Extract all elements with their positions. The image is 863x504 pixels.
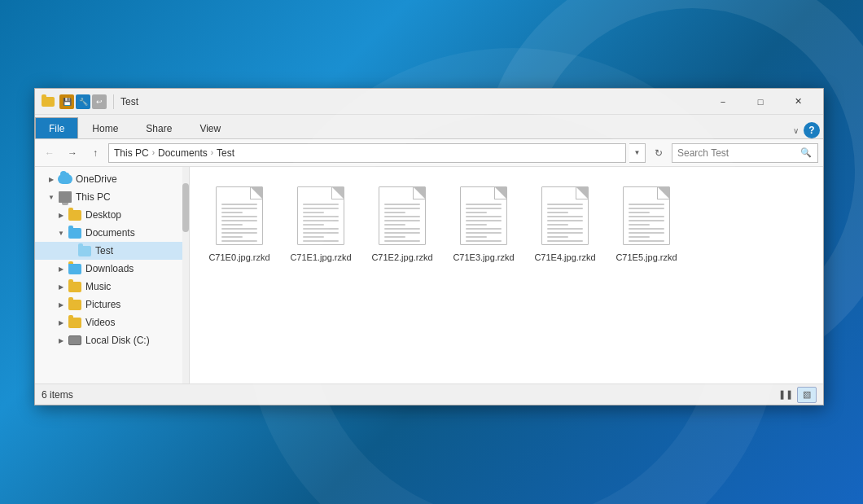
sidebar-item-music[interactable]: ▶ Music [35, 278, 189, 296]
file-item-2[interactable]: C71E2.jpg.rzkd [366, 180, 439, 266]
address-path[interactable]: This PC › Documents › Test [108, 143, 626, 163]
file-item-0[interactable]: C71E0.jpg.rzkd [203, 180, 276, 266]
doc-line [221, 220, 257, 221]
sidebar-item-onedrive[interactable]: ▶ OneDrive [35, 170, 189, 188]
doc-icon-1 [297, 186, 344, 245]
documents-label: Documents [85, 227, 135, 239]
tab-home[interactable]: Home [78, 117, 132, 138]
file-item-1[interactable]: C71E1.jpg.rzkd [284, 180, 357, 266]
file-name-1: C71E1.jpg.rzkd [290, 252, 351, 263]
file-icon-4 [537, 183, 593, 248]
doc-line [547, 240, 583, 242]
back-button[interactable]: ← [40, 143, 59, 163]
doc-line [221, 204, 257, 205]
help-button[interactable]: ? [804, 122, 820, 138]
desktop-label: Desktop [85, 209, 121, 221]
sidebar-item-videos[interactable]: ▶ Videos [35, 313, 189, 331]
doc-line [303, 240, 339, 242]
sidebar-scrollbar-thumb [182, 183, 189, 232]
doc-line [466, 208, 502, 209]
doc-line [221, 236, 243, 238]
sidebar-item-pictures[interactable]: ▶ Pictures [35, 296, 189, 313]
doc-line [466, 232, 502, 234]
close-button[interactable]: ✕ [779, 89, 817, 115]
sidebar: ▶ OneDrive ▼ This PC ▶ [35, 167, 190, 383]
sidebar-item-local-disk[interactable]: ▶ Local Disk (C:) [35, 331, 189, 349]
quick-properties-button[interactable]: 🔧 [76, 94, 90, 109]
hdd-icon [68, 334, 82, 347]
doc-line [221, 216, 257, 217]
window-controls: − □ ✕ [704, 89, 817, 115]
doc-lines-4 [547, 204, 583, 242]
file-icon-1 [293, 183, 348, 248]
doc-line [629, 208, 664, 209]
maximize-button[interactable]: □ [742, 89, 779, 115]
title-bar: 💾 🔧 ↩ Test − □ ✕ [35, 89, 823, 115]
path-test[interactable]: Test [217, 147, 234, 159]
sidebar-item-documents[interactable]: ▼ Documents [35, 224, 189, 242]
pictures-label: Pictures [85, 299, 120, 310]
search-icon[interactable]: 🔍 [799, 146, 813, 160]
doc-line [221, 212, 243, 213]
sidebar-scroll[interactable]: ▶ OneDrive ▼ This PC ▶ [35, 167, 189, 383]
refresh-button[interactable]: ↻ [649, 143, 668, 163]
path-this-pc[interactable]: This PC [114, 147, 149, 159]
doc-line [547, 220, 583, 221]
ribbon-collapse-button[interactable]: ∨ [787, 122, 804, 138]
sidebar-item-thispc[interactable]: ▼ This PC [35, 188, 189, 206]
doc-line [629, 212, 650, 213]
tab-file[interactable]: File [35, 117, 78, 138]
doc-line [629, 236, 650, 238]
doc-line [221, 224, 243, 226]
doc-line [629, 204, 664, 205]
file-item-4[interactable]: C71E4.jpg.rzkd [528, 180, 602, 266]
main-content: ▶ OneDrive ▼ This PC ▶ [35, 167, 823, 383]
doc-line [384, 228, 420, 230]
sidebar-item-test[interactable]: Test [35, 242, 189, 260]
file-icon-5 [619, 183, 674, 248]
path-documents[interactable]: Documents [158, 147, 208, 159]
file-name-2: C71E2.jpg.rzkd [371, 252, 432, 263]
tab-share[interactable]: Share [132, 117, 186, 138]
sidebar-item-desktop[interactable]: ▶ Desktop [35, 206, 189, 224]
music-label: Music [85, 281, 111, 292]
doc-line [547, 236, 568, 238]
doc-line [221, 228, 257, 230]
doc-line [384, 212, 405, 213]
downloads-label: Downloads [85, 263, 134, 274]
address-dropdown-button[interactable]: ▼ [629, 143, 646, 163]
sidebar-item-downloads[interactable]: ▶ Downloads [35, 260, 189, 278]
minimize-button[interactable]: − [704, 89, 742, 115]
documents-folder-icon [68, 226, 82, 239]
doc-line [221, 208, 257, 209]
doc-line [303, 216, 339, 217]
quick-undo-button[interactable]: ↩ [92, 94, 107, 109]
doc-line [384, 204, 420, 205]
doc-line [547, 224, 568, 226]
sidebar-scrollbar[interactable] [182, 167, 189, 383]
doc-line [547, 212, 568, 213]
doc-line [466, 212, 487, 213]
file-item-5[interactable]: C71E5.jpg.rzkd [610, 180, 683, 266]
doc-line [303, 208, 339, 209]
view-details-button[interactable]: ❚❚ [776, 387, 795, 403]
doc-line [466, 228, 502, 230]
videos-label: Videos [85, 317, 115, 328]
forward-button[interactable]: → [63, 143, 82, 163]
doc-line [466, 236, 487, 238]
search-input[interactable] [677, 147, 799, 159]
doc-line [547, 216, 583, 217]
doc-line [303, 236, 324, 238]
search-box[interactable]: 🔍 [672, 143, 818, 163]
expand-videos-icon: ▶ [55, 316, 68, 329]
doc-line [384, 208, 420, 209]
expand-downloads-icon: ▶ [55, 262, 68, 275]
ribbon-tabs: File Home Share View ∨ ? [35, 115, 823, 139]
up-button[interactable]: ↑ [85, 143, 105, 163]
tab-view[interactable]: View [186, 117, 234, 138]
doc-icon-3 [460, 186, 507, 245]
quick-save-button[interactable]: 💾 [59, 94, 74, 109]
file-icon-3 [456, 183, 511, 248]
view-large-button[interactable]: ▧ [797, 387, 817, 403]
file-item-3[interactable]: C71E3.jpg.rzkd [447, 180, 520, 266]
